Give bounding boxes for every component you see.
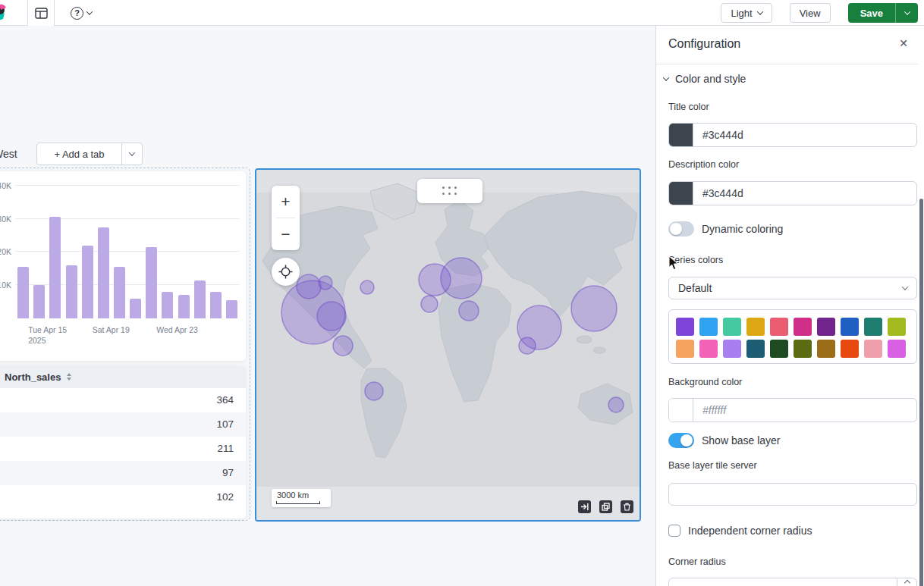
dynamic-coloring-toggle[interactable] xyxy=(668,221,694,237)
dashboards-nav-button[interactable] xyxy=(27,0,55,26)
bar xyxy=(130,299,141,318)
map-bubble xyxy=(360,280,374,294)
bar-chart-xaxis: Tue Apr 152025Sat Apr 19Wed Apr 23 xyxy=(15,323,240,355)
y-axis-tick: 10K xyxy=(0,280,11,290)
title-color-input[interactable] xyxy=(693,124,916,146)
scrollbar-thumb[interactable] xyxy=(919,199,923,586)
palette-swatch[interactable] xyxy=(699,340,718,358)
help-menu-button[interactable]: ? xyxy=(71,0,92,26)
show-base-layer-row: Show base layer xyxy=(668,433,781,448)
description-color-picker xyxy=(668,181,917,205)
map-bubble xyxy=(421,296,438,312)
view-button-label: View xyxy=(800,8,821,19)
corner-radius-input[interactable] xyxy=(668,578,917,586)
close-icon[interactable]: ✕ xyxy=(899,37,908,49)
bar xyxy=(210,292,222,318)
scrollbar-track[interactable] xyxy=(919,26,924,586)
palette-swatch[interactable] xyxy=(817,340,835,358)
palette-swatch[interactable] xyxy=(817,318,835,336)
bar xyxy=(226,300,237,318)
palette-swatch[interactable] xyxy=(770,318,788,336)
sort-icon[interactable] xyxy=(67,373,71,381)
description-color-input[interactable] xyxy=(693,182,916,205)
delete-panel-button[interactable] xyxy=(621,500,633,513)
map-scale: 3000 km xyxy=(272,489,331,507)
theme-menu-label: Light xyxy=(731,8,752,19)
y-axis-tick: 30K xyxy=(0,215,11,224)
bar xyxy=(33,285,45,318)
map-zoom-control: + − xyxy=(272,186,300,250)
palette-swatch[interactable] xyxy=(723,340,741,358)
table-row: 107 xyxy=(0,412,246,437)
title-color-swatch[interactable] xyxy=(669,124,693,146)
palette-swatch[interactable] xyxy=(676,318,694,336)
palette-swatch[interactable] xyxy=(864,340,882,358)
map-bubble xyxy=(441,258,482,299)
tab-west[interactable]: West xyxy=(0,148,17,160)
view-button[interactable]: View xyxy=(790,3,831,23)
palette-swatch[interactable] xyxy=(746,340,765,358)
dashboard-grid-icon xyxy=(35,8,48,19)
palette-swatch[interactable] xyxy=(794,340,812,358)
background-color-swatch[interactable] xyxy=(669,399,693,421)
section-color-and-style[interactable]: Color and style xyxy=(664,73,746,85)
palette-swatch[interactable] xyxy=(770,340,788,358)
section-label: Color and style xyxy=(675,73,746,85)
description-color-swatch[interactable] xyxy=(669,182,693,205)
stepper-up-button[interactable] xyxy=(897,578,916,586)
bar-chart-panel[interactable]: 10K20K30K40K Tue Apr 152025Sat Apr 19Wed… xyxy=(0,171,246,361)
show-base-layer-toggle[interactable] xyxy=(668,433,694,448)
chevron-down-icon xyxy=(86,8,93,14)
x-axis-tick: Wed Apr 23 xyxy=(156,324,198,335)
edit-panel-button[interactable] xyxy=(578,500,591,513)
crosshair-icon xyxy=(278,265,293,279)
x-axis-tick: Tue Apr 152025 xyxy=(28,324,67,346)
tile-server-input[interactable] xyxy=(668,483,917,506)
fit-to-data-button[interactable] xyxy=(272,258,300,286)
chevron-down-icon xyxy=(902,284,908,290)
panel-action-toolbar xyxy=(578,500,633,513)
table-header-north-sales[interactable]: North_sales xyxy=(0,365,246,388)
panel-drag-handle[interactable] xyxy=(417,179,482,203)
palette-swatch[interactable] xyxy=(723,318,741,336)
map-bubble xyxy=(317,302,346,331)
gridline xyxy=(15,185,240,186)
palette-swatch[interactable] xyxy=(864,318,882,336)
trash-icon xyxy=(623,503,631,511)
zoom-out-button[interactable]: − xyxy=(272,218,300,250)
map-bubble xyxy=(608,397,624,412)
palette-swatch[interactable] xyxy=(699,318,718,336)
save-button[interactable]: Save xyxy=(848,3,895,23)
y-axis-tick: 20K xyxy=(0,247,11,256)
arrow-export-icon xyxy=(580,503,589,511)
duplicate-panel-button[interactable] xyxy=(599,500,612,513)
app-logo-icon[interactable] xyxy=(0,4,11,22)
zoom-in-button[interactable]: + xyxy=(272,186,300,218)
theme-menu-button[interactable]: Light xyxy=(721,3,772,23)
tab-menu-button[interactable] xyxy=(121,143,143,165)
palette-swatch[interactable] xyxy=(841,340,859,358)
palette-swatch[interactable] xyxy=(888,340,906,358)
series-colors-value: Default xyxy=(678,282,712,294)
palette-swatch[interactable] xyxy=(794,318,812,336)
palette-swatch[interactable] xyxy=(888,318,906,336)
bar xyxy=(146,247,157,318)
tile-server-label: Base layer tile server xyxy=(668,460,757,471)
palette-row-1 xyxy=(676,318,910,336)
scale-bar xyxy=(276,501,320,504)
bar xyxy=(194,280,206,318)
save-options-button[interactable] xyxy=(895,3,918,23)
palette-swatch[interactable] xyxy=(676,340,694,358)
series-colors-select[interactable]: Default xyxy=(668,277,917,299)
map-panel[interactable]: + − 3000 km xyxy=(255,168,641,522)
independent-corner-radius-checkbox[interactable] xyxy=(668,525,680,537)
x-axis-tick: Sat Apr 19 xyxy=(93,324,130,335)
add-tab-button[interactable]: + Add a tab xyxy=(36,143,122,165)
background-color-input[interactable] xyxy=(693,399,916,421)
palette-swatch[interactable] xyxy=(746,318,765,336)
palette-swatch[interactable] xyxy=(841,318,859,336)
independent-corner-radius-label: Independent corner radius xyxy=(688,525,812,537)
palette-row-2 xyxy=(676,340,910,358)
help-icon: ? xyxy=(71,7,83,20)
table-panel[interactable]: North_sales 36410721197102 xyxy=(0,365,246,519)
